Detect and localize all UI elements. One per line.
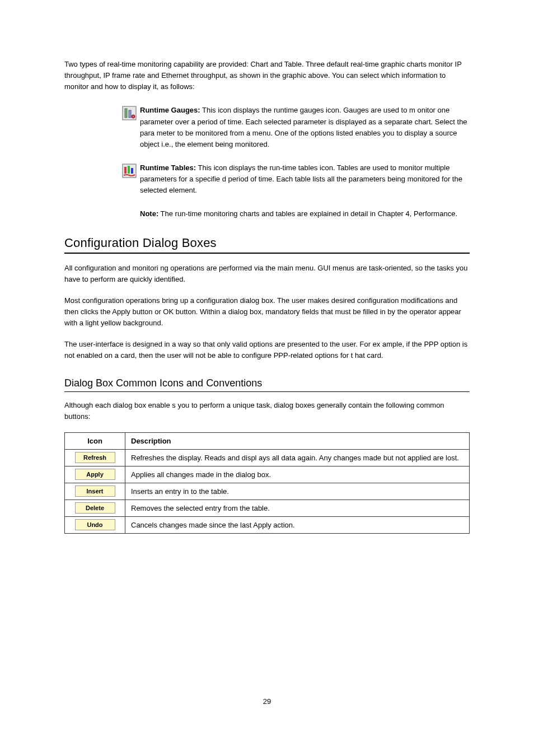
rule-h2 xyxy=(64,391,470,392)
intro-paragraph: Two types of real-time monitoring capabi… xyxy=(64,59,470,92)
runtime-tables-text: Runtime Tables: This icon displays the r… xyxy=(140,162,470,196)
table-row: Refresh Refreshes the display. Reads and… xyxy=(65,449,470,466)
svg-rect-5 xyxy=(124,167,127,174)
table-row: Delete Removes the selected entry from t… xyxy=(65,500,470,516)
refresh-button-img: Refresh xyxy=(75,452,115,463)
table-header-row: Icon Description xyxy=(65,432,470,449)
svg-rect-6 xyxy=(128,166,130,174)
insert-button-img: Insert xyxy=(75,486,115,497)
runtime-tables-icon xyxy=(122,164,137,178)
table-row: Insert Inserts an entry in to the table. xyxy=(65,483,470,500)
config-para1: All configuration and monitori ng operat… xyxy=(64,263,470,285)
page-number: 29 xyxy=(0,697,534,706)
runtime-gauges-text: Runtime Gauges: This icon displays the r… xyxy=(140,105,470,150)
svg-rect-2 xyxy=(129,110,131,118)
runtime-tables-row: Runtime Tables: This icon displays the r… xyxy=(64,162,470,196)
desc-cell-delete: Removes the selected entry from the tabl… xyxy=(125,500,470,516)
btn-cell-undo: Undo xyxy=(65,516,125,533)
rule-h1 xyxy=(64,253,470,254)
runtime-tables-lead: Runtime Tables: xyxy=(140,164,196,172)
desc-cell-undo: Cancels changes made since the last Appl… xyxy=(125,516,470,533)
desc-cell-apply: Applies all changes made in the dialog b… xyxy=(125,466,470,483)
th-desc: Description xyxy=(125,432,470,449)
btn-cell-refresh: Refresh xyxy=(65,449,125,466)
table-row: Apply Applies all changes made in the di… xyxy=(65,466,470,483)
apply-button-img: Apply xyxy=(75,469,115,480)
note-lead: Note: xyxy=(140,209,158,218)
btn-cell-insert: Insert xyxy=(65,483,125,500)
config-para3: The user-interface is designed in a way … xyxy=(64,339,470,361)
buttons-table: Icon Description Refresh Refreshes the d… xyxy=(64,432,470,534)
desc-cell-insert: Inserts an entry in to the table. xyxy=(125,483,470,500)
desc-cell-refresh: Refreshes the display. Reads and displ a… xyxy=(125,449,470,466)
table-row: Undo Cancels changes made since the last… xyxy=(65,516,470,533)
note-text: The run-time monitoring charts and table… xyxy=(158,209,457,218)
heading-config-dialogs: Configuration Dialog Boxes xyxy=(64,236,470,250)
delete-button-img: Delete xyxy=(75,502,115,514)
svg-rect-1 xyxy=(125,109,127,118)
th-icon: Icon xyxy=(65,432,125,449)
dialog-intro: Although each dialog box enable s you to… xyxy=(64,400,470,422)
svg-point-3 xyxy=(132,115,135,118)
runtime-gauges-row: Runtime Gauges: This icon displays the r… xyxy=(64,105,470,150)
btn-cell-apply: Apply xyxy=(65,466,125,483)
config-para2: Most configuration operations bring up a… xyxy=(64,295,470,329)
runtime-gauges-icon-cell xyxy=(64,105,140,120)
runtime-tables-icon-cell xyxy=(64,162,140,178)
runtime-gauges-lead: Runtime Gauges: xyxy=(140,106,200,114)
runtime-gauges-icon xyxy=(122,106,137,120)
heading-common-icons: Dialog Box Common Icons and Conventions xyxy=(64,377,470,389)
undo-button-img: Undo xyxy=(75,519,115,530)
svg-rect-7 xyxy=(131,168,133,174)
btn-cell-delete: Delete xyxy=(65,500,125,516)
note-paragraph: Note: The run-time monitoring charts and… xyxy=(140,208,470,220)
